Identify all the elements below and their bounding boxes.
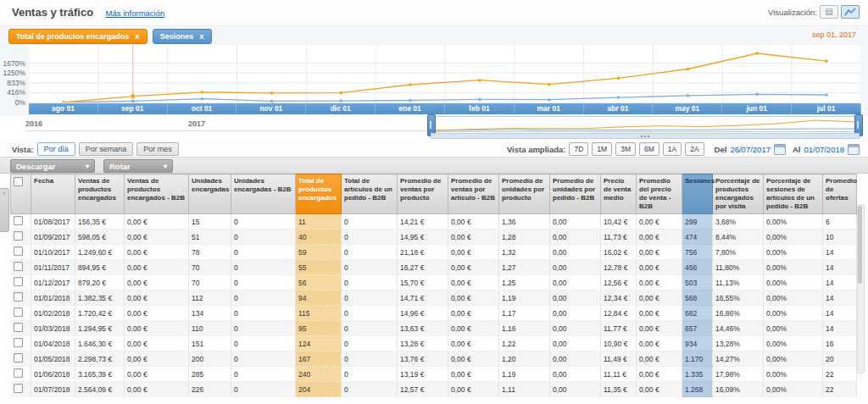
range-scroll-track[interactable] xyxy=(431,133,860,139)
x-axis-tick: ago 01 xyxy=(29,103,98,114)
cell: 11,13% xyxy=(713,275,764,291)
cell: 14,71 € xyxy=(398,291,448,306)
cell: 1.646,30 € xyxy=(75,336,125,351)
zoom-3m-button[interactable]: 3M xyxy=(615,142,636,156)
cell: 0,00% xyxy=(764,306,823,321)
cell: 1,28 xyxy=(499,230,550,245)
zoom-2y-button[interactable]: 2A xyxy=(685,142,704,156)
cell: 11 xyxy=(296,214,342,230)
cell: 0,00 € xyxy=(125,321,189,336)
cell: 0 xyxy=(342,260,398,275)
row-checkbox[interactable] xyxy=(14,292,23,302)
cell: 1,36 xyxy=(499,214,550,230)
cell: 0 xyxy=(231,245,296,260)
cell: 0,00 € xyxy=(637,351,682,367)
cell: 12,34 € xyxy=(601,291,637,306)
metric-tag-label: Total de productos encargados xyxy=(16,32,129,41)
cell: 21,18 € xyxy=(398,245,448,260)
chart-view-button[interactable] xyxy=(841,5,860,19)
scrollbar-thumb[interactable] xyxy=(858,206,862,284)
cell: 20 xyxy=(823,351,857,367)
zoom-1m-button[interactable]: 1M xyxy=(592,142,612,156)
metric-tag-sesiones[interactable]: Sesiones X xyxy=(153,29,212,44)
calendar-icon[interactable] xyxy=(774,144,786,155)
range-selection-window[interactable] xyxy=(431,116,860,132)
cell: 0,00% xyxy=(764,275,823,291)
download-dropdown[interactable]: Descargar ▾ xyxy=(10,159,95,173)
row-checkbox[interactable] xyxy=(14,307,23,317)
zoom-1y-button[interactable]: 1A xyxy=(663,142,682,156)
view-by-day-button[interactable]: Por día xyxy=(37,142,75,156)
x-axis-tick: dic 01 xyxy=(306,103,376,114)
cell: 598,05 € xyxy=(75,230,125,245)
x-axis-tick: sep 01 xyxy=(98,103,168,114)
view-by-month-button[interactable]: Por mes xyxy=(136,142,179,156)
table-row: 01/01/20181.382,35 €0,00 €112094014,71 €… xyxy=(11,291,857,306)
rotate-dropdown[interactable]: Rotar ▾ xyxy=(103,159,173,173)
view-controls: Vista: Por día Por semana Por mes Vista … xyxy=(0,140,868,157)
tag-close-icon[interactable]: X xyxy=(135,33,139,41)
row-checkbox[interactable] xyxy=(14,368,23,378)
row-checkbox[interactable] xyxy=(14,216,23,225)
view-by-week-button[interactable]: Por semana xyxy=(79,142,134,156)
zoom-6m-button[interactable]: 6M xyxy=(639,142,659,156)
cell: 14,27% xyxy=(713,351,764,367)
table-vertical-scrollbar[interactable] xyxy=(857,204,865,374)
from-date[interactable]: 26/07/2017 xyxy=(730,145,771,154)
cell: 167 xyxy=(296,351,342,367)
row-checkbox[interactable] xyxy=(14,323,23,332)
cell: 1.268 xyxy=(682,382,713,397)
cell: 01/05/2018 xyxy=(31,351,75,367)
column-header: Porcentaje de sesiones de artículos de u… xyxy=(764,174,823,214)
tag-close-icon[interactable]: X xyxy=(199,33,203,41)
row-checkbox[interactable] xyxy=(14,246,23,256)
table-row: 01/08/2017156,35 €0,00 €15011014,21 €0,0… xyxy=(11,214,857,230)
cell: 0,00 € xyxy=(448,275,499,291)
cell: 78 xyxy=(189,245,231,260)
row-checkbox[interactable] xyxy=(14,277,23,286)
cell: 0,00 xyxy=(550,275,601,291)
table-row: 01/09/2017598,05 €0,00 €51040014,95 €0,0… xyxy=(11,230,857,245)
cell: 70 xyxy=(189,275,231,291)
cell: 1.170 xyxy=(682,351,713,367)
zoom-7d-button[interactable]: 7D xyxy=(569,142,588,156)
cell: 16 xyxy=(823,336,857,351)
calendar-icon[interactable] xyxy=(848,144,860,155)
select-all-checkbox[interactable] xyxy=(14,177,23,186)
metric-tag-total-productos[interactable]: Total de productos encargados X xyxy=(8,29,147,44)
cell: 0,00 xyxy=(550,321,601,336)
cell: 0 xyxy=(231,275,296,291)
cell: 110 xyxy=(189,321,231,336)
table-view-button[interactable]: ▤ xyxy=(820,5,838,19)
cell: 0,00 € xyxy=(125,260,189,275)
side-panel-tab[interactable]: ‹ xyxy=(0,188,9,232)
cell: 0 xyxy=(342,382,398,397)
row-checkbox[interactable] xyxy=(14,231,23,241)
cell: 01/11/2017 xyxy=(31,260,75,275)
cell: 0,00 xyxy=(550,260,601,275)
row-checkbox[interactable] xyxy=(14,384,23,393)
row-select-cell xyxy=(11,367,31,382)
chart-panel: Total de productos encargados X Sesiones… xyxy=(0,25,868,140)
cell: 879,20 € xyxy=(75,275,125,291)
row-select-cell xyxy=(11,351,31,367)
cell: 0,00% xyxy=(764,260,823,275)
cell: 0 xyxy=(231,367,296,382)
line-chart-plot[interactable] xyxy=(29,45,861,102)
cell: 12,78 € xyxy=(601,260,637,275)
cell: 0 xyxy=(231,260,296,275)
more-info-link[interactable]: Más información xyxy=(106,8,165,18)
cell: 682 xyxy=(682,306,713,321)
row-checkbox[interactable] xyxy=(14,338,23,347)
cell: 112 xyxy=(189,291,231,306)
to-date[interactable]: 01/07/2018 xyxy=(804,145,844,154)
cell: 95 xyxy=(296,321,342,336)
row-checkbox[interactable] xyxy=(14,353,23,362)
cell: 0,00 € xyxy=(125,291,189,306)
cell: 0,00 € xyxy=(125,245,189,260)
cell: 01/12/2017 xyxy=(31,275,75,291)
cell: 0 xyxy=(342,351,398,367)
cell: 124 xyxy=(296,336,342,351)
cell: 14 xyxy=(823,275,857,291)
row-checkbox[interactable] xyxy=(14,262,23,271)
